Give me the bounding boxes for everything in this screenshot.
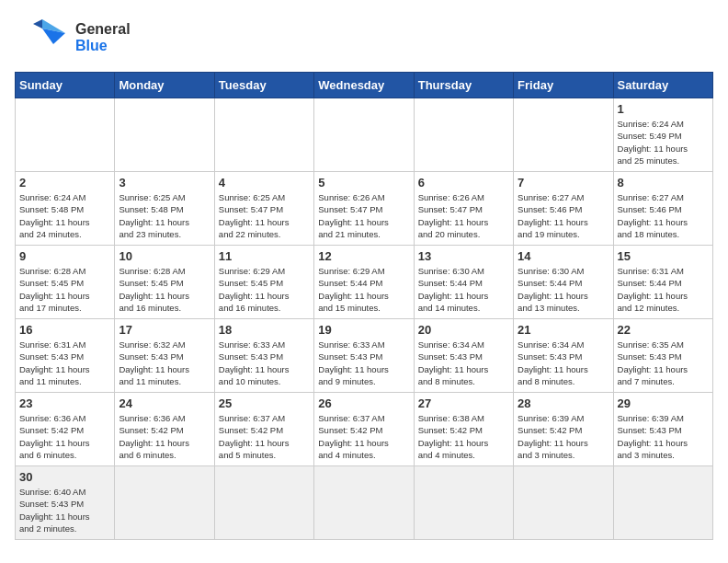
- header-day-thursday: Thursday: [414, 73, 513, 98]
- day-number: 24: [119, 396, 210, 410]
- day-number: 16: [19, 323, 110, 337]
- header-day-sunday: Sunday: [16, 73, 115, 98]
- day-info: Sunrise: 6:39 AM Sunset: 5:43 PM Dayligh…: [618, 412, 709, 461]
- day-info: Sunrise: 6:25 AM Sunset: 5:48 PM Dayligh…: [119, 191, 210, 240]
- day-info: Sunrise: 6:34 AM Sunset: 5:43 PM Dayligh…: [418, 339, 509, 387]
- day-number: 29: [618, 396, 709, 410]
- day-info: Sunrise: 6:28 AM Sunset: 5:45 PM Dayligh…: [19, 265, 110, 314]
- day-number: 2: [19, 176, 110, 190]
- calendar-cell: 28Sunrise: 6:39 AM Sunset: 5:42 PM Dayli…: [514, 393, 613, 466]
- week-row-4: 16Sunrise: 6:31 AM Sunset: 5:43 PM Dayli…: [16, 319, 713, 393]
- week-row-6: 30Sunrise: 6:40 AM Sunset: 5:43 PM Dayli…: [16, 466, 713, 540]
- calendar-cell: [314, 98, 414, 172]
- calendar-cell: [514, 466, 613, 540]
- day-number: 23: [19, 396, 110, 410]
- calendar-cell: [115, 466, 214, 540]
- day-number: 17: [119, 323, 210, 337]
- week-row-2: 2Sunrise: 6:24 AM Sunset: 5:48 PM Daylig…: [16, 172, 713, 246]
- calendar-cell: 5Sunrise: 6:26 AM Sunset: 5:47 PM Daylig…: [314, 172, 414, 246]
- calendar-cell: [16, 98, 115, 172]
- day-number: 22: [618, 323, 709, 337]
- calendar-cell: 11Sunrise: 6:29 AM Sunset: 5:45 PM Dayli…: [214, 246, 313, 319]
- day-info: Sunrise: 6:25 AM Sunset: 5:47 PM Dayligh…: [219, 191, 310, 240]
- calendar-cell: 8Sunrise: 6:27 AM Sunset: 5:46 PM Daylig…: [613, 172, 712, 246]
- svg-marker-2: [33, 19, 42, 29]
- header-day-wednesday: Wednesday: [314, 73, 414, 98]
- header-row: SundayMondayTuesdayWednesdayThursdayFrid…: [16, 73, 713, 98]
- day-number: 1: [618, 102, 709, 116]
- day-info: Sunrise: 6:35 AM Sunset: 5:43 PM Dayligh…: [618, 339, 709, 387]
- day-number: 4: [219, 176, 310, 190]
- day-info: Sunrise: 6:28 AM Sunset: 5:45 PM Dayligh…: [119, 265, 210, 314]
- day-info: Sunrise: 6:30 AM Sunset: 5:44 PM Dayligh…: [518, 265, 609, 314]
- header-day-tuesday: Tuesday: [214, 73, 313, 98]
- calendar-cell: 26Sunrise: 6:37 AM Sunset: 5:42 PM Dayli…: [314, 393, 414, 466]
- calendar-cell: 13Sunrise: 6:30 AM Sunset: 5:44 PM Dayli…: [414, 246, 513, 319]
- calendar-cell: 27Sunrise: 6:38 AM Sunset: 5:42 PM Dayli…: [414, 393, 513, 466]
- calendar-cell: 15Sunrise: 6:31 AM Sunset: 5:44 PM Dayli…: [613, 246, 712, 319]
- day-number: 5: [318, 176, 409, 190]
- day-number: 7: [518, 176, 609, 190]
- calendar-cell: [115, 98, 214, 172]
- calendar-table: SundayMondayTuesdayWednesdayThursdayFrid…: [15, 72, 713, 540]
- calendar-cell: 25Sunrise: 6:37 AM Sunset: 5:42 PM Dayli…: [214, 393, 313, 466]
- day-number: 12: [318, 249, 409, 263]
- calendar-cell: 23Sunrise: 6:36 AM Sunset: 5:42 PM Dayli…: [16, 393, 115, 466]
- day-info: Sunrise: 6:24 AM Sunset: 5:49 PM Dayligh…: [618, 118, 709, 167]
- calendar-cell: [514, 98, 613, 172]
- week-row-1: 1Sunrise: 6:24 AM Sunset: 5:49 PM Daylig…: [16, 98, 713, 172]
- day-info: Sunrise: 6:31 AM Sunset: 5:44 PM Dayligh…: [618, 265, 709, 314]
- day-number: 25: [219, 396, 310, 410]
- calendar-cell: 16Sunrise: 6:31 AM Sunset: 5:43 PM Dayli…: [16, 319, 115, 393]
- day-number: 8: [618, 176, 709, 190]
- day-info: Sunrise: 6:38 AM Sunset: 5:42 PM Dayligh…: [418, 412, 509, 461]
- logo-svg: [15, 15, 70, 61]
- calendar-cell: 3Sunrise: 6:25 AM Sunset: 5:48 PM Daylig…: [115, 172, 214, 246]
- calendar-cell: 10Sunrise: 6:28 AM Sunset: 5:45 PM Dayli…: [115, 246, 214, 319]
- calendar-cell: 30Sunrise: 6:40 AM Sunset: 5:43 PM Dayli…: [16, 466, 115, 540]
- day-number: 28: [518, 396, 609, 410]
- day-info: Sunrise: 6:33 AM Sunset: 5:43 PM Dayligh…: [219, 339, 310, 387]
- day-info: Sunrise: 6:29 AM Sunset: 5:44 PM Dayligh…: [318, 265, 409, 314]
- logo-blue: Blue: [75, 38, 131, 54]
- day-info: Sunrise: 6:37 AM Sunset: 5:42 PM Dayligh…: [318, 412, 409, 461]
- day-number: 21: [518, 323, 609, 337]
- day-info: Sunrise: 6:32 AM Sunset: 5:43 PM Dayligh…: [119, 339, 210, 387]
- day-number: 27: [418, 396, 509, 410]
- header-day-monday: Monday: [115, 73, 214, 98]
- day-info: Sunrise: 6:36 AM Sunset: 5:42 PM Dayligh…: [19, 412, 110, 461]
- calendar-cell: 7Sunrise: 6:27 AM Sunset: 5:46 PM Daylig…: [514, 172, 613, 246]
- calendar-cell: 12Sunrise: 6:29 AM Sunset: 5:44 PM Dayli…: [314, 246, 414, 319]
- calendar-cell: [214, 466, 313, 540]
- calendar-cell: 21Sunrise: 6:34 AM Sunset: 5:43 PM Dayli…: [514, 319, 613, 393]
- day-number: 3: [119, 176, 210, 190]
- day-number: 20: [418, 323, 509, 337]
- calendar-cell: 18Sunrise: 6:33 AM Sunset: 5:43 PM Dayli…: [214, 319, 313, 393]
- day-info: Sunrise: 6:33 AM Sunset: 5:43 PM Dayligh…: [318, 339, 409, 387]
- calendar-cell: [613, 466, 712, 540]
- day-number: 15: [618, 249, 709, 263]
- day-info: Sunrise: 6:24 AM Sunset: 5:48 PM Dayligh…: [19, 191, 110, 240]
- day-number: 30: [19, 470, 110, 484]
- day-info: Sunrise: 6:36 AM Sunset: 5:42 PM Dayligh…: [119, 412, 210, 461]
- calendar-cell: [214, 98, 313, 172]
- day-number: 14: [518, 249, 609, 263]
- day-number: 10: [119, 249, 210, 263]
- calendar-cell: 29Sunrise: 6:39 AM Sunset: 5:43 PM Dayli…: [613, 393, 712, 466]
- calendar-cell: [414, 466, 513, 540]
- day-info: Sunrise: 6:26 AM Sunset: 5:47 PM Dayligh…: [418, 191, 509, 240]
- day-info: Sunrise: 6:27 AM Sunset: 5:46 PM Dayligh…: [518, 191, 609, 240]
- calendar-cell: [314, 466, 414, 540]
- calendar-cell: 9Sunrise: 6:28 AM Sunset: 5:45 PM Daylig…: [16, 246, 115, 319]
- day-info: Sunrise: 6:27 AM Sunset: 5:46 PM Dayligh…: [618, 191, 709, 240]
- day-number: 13: [418, 249, 509, 263]
- calendar-cell: 14Sunrise: 6:30 AM Sunset: 5:44 PM Dayli…: [514, 246, 613, 319]
- week-row-5: 23Sunrise: 6:36 AM Sunset: 5:42 PM Dayli…: [16, 393, 713, 466]
- day-number: 26: [318, 396, 409, 410]
- calendar-cell: 17Sunrise: 6:32 AM Sunset: 5:43 PM Dayli…: [115, 319, 214, 393]
- day-info: Sunrise: 6:26 AM Sunset: 5:47 PM Dayligh…: [318, 191, 409, 240]
- header: GeneralBlue: [15, 15, 713, 61]
- day-number: 19: [318, 323, 409, 337]
- calendar-cell: 22Sunrise: 6:35 AM Sunset: 5:43 PM Dayli…: [613, 319, 712, 393]
- day-number: 9: [19, 249, 110, 263]
